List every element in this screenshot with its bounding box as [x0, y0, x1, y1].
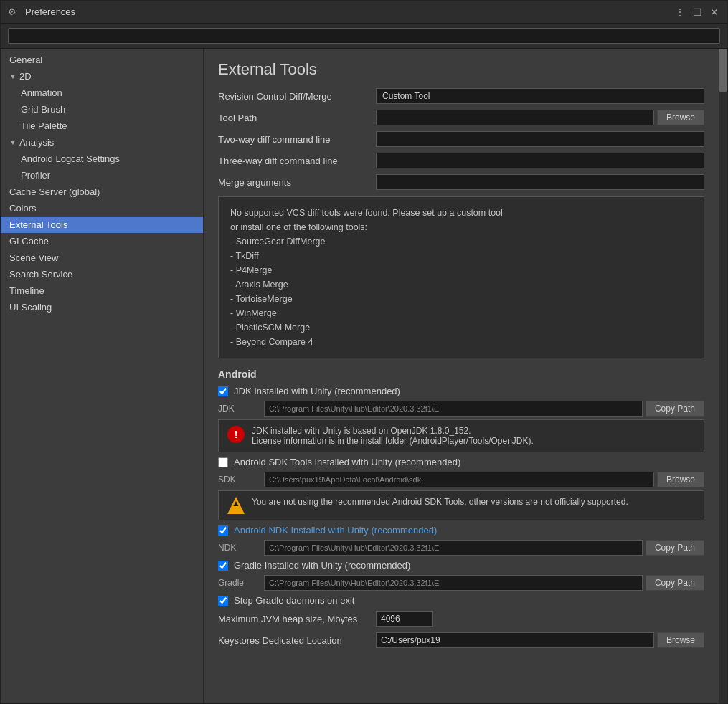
general-label: General	[9, 54, 42, 65]
jdk-checkbox[interactable]	[218, 386, 228, 396]
grid-brush-label: Grid Brush	[21, 104, 65, 115]
tile-palette-label: Tile Palette	[21, 120, 67, 131]
sdk-checkbox[interactable]	[218, 457, 228, 467]
scrollbar[interactable]	[719, 49, 727, 703]
scrollbar-thumb[interactable]	[719, 49, 727, 92]
more-options-btn[interactable]: ⋮	[674, 6, 686, 18]
ndk-path-input[interactable]	[264, 540, 643, 556]
ndk-copy-path-btn[interactable]: Copy Path	[646, 540, 704, 556]
sidebar-item-animation[interactable]: Animation	[1, 85, 203, 101]
sidebar-item-profiler[interactable]: Profiler	[1, 167, 203, 184]
sidebar-item-analysis[interactable]: ▼ Analysis	[1, 134, 203, 151]
2d-arrow: ▼	[9, 72, 16, 80]
revision-control-value[interactable]: Custom Tool	[376, 88, 704, 104]
two-way-input[interactable]	[376, 131, 704, 147]
ndk-checkbox-label[interactable]: Android NDK Installed with Unity (recomm…	[234, 525, 437, 536]
sidebar-item-colors[interactable]: Colors	[1, 200, 203, 217]
gradle-checkbox-label: Gradle Installed with Unity (recommended…	[234, 560, 410, 571]
heap-row: Maximum JVM heap size, Mbytes	[218, 610, 704, 627]
tool-path-browse-btn[interactable]: Browse	[657, 110, 704, 125]
merge-args-label: Merge arguments	[218, 177, 376, 188]
jdk-warning-box: ! JDK installed with Unity is based on O…	[218, 419, 704, 452]
sidebar-item-general[interactable]: General	[1, 52, 203, 68]
sidebar: General ▼ 2D Animation Grid Brush Tile P…	[1, 49, 204, 703]
sdk-checkbox-row: Android SDK Tools Installed with Unity (…	[218, 457, 704, 467]
sdk-warning-box: ▲ You are not using the recommended Andr…	[218, 490, 704, 520]
external-tools-label: External Tools	[9, 219, 67, 230]
heap-input[interactable]	[376, 611, 433, 627]
page-title: External Tools	[218, 60, 704, 79]
revision-control-row: Revision Control Diff/Merge Custom Tool	[218, 87, 704, 105]
two-way-label: Two-way diff command line	[218, 134, 376, 145]
android-section-header: Android	[218, 368, 704, 380]
scene-view-label: Scene View	[9, 252, 58, 263]
tool-path-row: Tool Path Browse	[218, 109, 704, 126]
search-service-label: Search Service	[9, 269, 72, 280]
ui-scaling-label: UI Scaling	[9, 302, 52, 313]
maximize-btn[interactable]: ☐	[691, 6, 703, 18]
keystores-row: Keystores Dedicated Location Browse	[218, 632, 704, 649]
main-content: External Tools Revision Control Diff/Mer…	[204, 49, 719, 703]
keystores-label: Keystores Dedicated Location	[218, 635, 376, 646]
sidebar-item-grid-brush[interactable]: Grid Brush	[1, 101, 203, 118]
tool-path-input[interactable]	[376, 110, 654, 125]
jdk-warning-text: JDK installed with Unity is based on Ope…	[252, 426, 534, 446]
content-area: General ▼ 2D Animation Grid Brush Tile P…	[1, 49, 727, 703]
heap-label: Maximum JVM heap size, Mbytes	[218, 614, 376, 624]
jdk-copy-path-btn[interactable]: Copy Path	[646, 401, 704, 417]
sdk-warning-text: You are not using the recommended Androi…	[252, 497, 628, 507]
jdk-path-row: JDK Copy Path	[218, 401, 704, 417]
profiler-label: Profiler	[21, 170, 50, 181]
error-icon: !	[227, 426, 245, 443]
warning-triangle-icon: ▲	[227, 497, 245, 514]
jdk-path-label: JDK	[218, 404, 261, 414]
merge-args-input[interactable]	[376, 174, 704, 190]
sidebar-item-scene-view[interactable]: Scene View	[1, 249, 203, 266]
gradle-path-input[interactable]	[264, 575, 643, 591]
sidebar-item-tile-palette[interactable]: Tile Palette	[1, 118, 203, 134]
three-way-row: Three-way diff command line	[218, 152, 704, 169]
gradle-path-row: Gradle Copy Path	[218, 575, 704, 591]
sidebar-item-ui-scaling[interactable]: UI Scaling	[1, 299, 203, 315]
three-way-label: Three-way diff command line	[218, 156, 376, 166]
sidebar-item-search-service[interactable]: Search Service	[1, 266, 203, 282]
animation-label: Animation	[21, 87, 62, 98]
stop-gradle-checkbox[interactable]	[218, 596, 228, 606]
search-bar	[1, 24, 727, 49]
gi-cache-label: GI Cache	[9, 236, 49, 247]
three-way-input[interactable]	[376, 153, 704, 168]
ndk-path-row: NDK Copy Path	[218, 540, 704, 556]
sidebar-item-gi-cache[interactable]: GI Cache	[1, 233, 203, 249]
keystores-browse-btn[interactable]: Browse	[657, 632, 704, 648]
two-way-row: Two-way diff command line	[218, 130, 704, 148]
sidebar-item-timeline[interactable]: Timeline	[1, 282, 203, 299]
ndk-path-label: NDK	[218, 543, 261, 553]
sdk-path-input[interactable]	[264, 472, 654, 487]
keystores-input[interactable]	[376, 632, 654, 648]
jdk-path-input[interactable]	[264, 401, 643, 417]
ndk-checkbox[interactable]	[218, 525, 228, 536]
sidebar-item-android-logcat[interactable]: Android Logcat Settings	[1, 151, 203, 167]
sdk-checkbox-label: Android SDK Tools Installed with Unity (…	[234, 457, 460, 467]
ndk-checkbox-row: Android NDK Installed with Unity (recomm…	[218, 525, 704, 536]
tool-path-label: Tool Path	[218, 113, 376, 123]
sidebar-item-external-tools[interactable]: External Tools	[1, 217, 203, 233]
android-logcat-label: Android Logcat Settings	[21, 153, 120, 164]
settings-icon: ⚙	[8, 6, 19, 18]
gradle-copy-path-btn[interactable]: Copy Path	[646, 575, 704, 591]
search-input[interactable]	[8, 28, 720, 44]
stop-gradle-label: Stop Gradle daemons on exit	[234, 595, 354, 606]
sidebar-item-cache-server[interactable]: Cache Server (global)	[1, 184, 203, 200]
gradle-checkbox-row: Gradle Installed with Unity (recommended…	[218, 560, 704, 571]
gradle-checkbox[interactable]	[218, 561, 228, 571]
sdk-browse-btn[interactable]: Browse	[657, 472, 704, 487]
window-controls: ⋮ ☐ ✕	[674, 6, 720, 18]
jdk-checkbox-label: JDK Installed with Unity (recommended)	[234, 386, 400, 396]
sidebar-item-2d[interactable]: ▼ 2D	[1, 68, 203, 85]
sdk-path-row: SDK Browse	[218, 472, 704, 487]
vcs-info-text: No supported VCS diff tools were found. …	[230, 208, 503, 347]
revision-control-label: Revision Control Diff/Merge	[218, 91, 376, 102]
close-btn[interactable]: ✕	[709, 6, 720, 18]
vcs-info-box: No supported VCS diff tools were found. …	[218, 196, 704, 358]
cache-server-label: Cache Server (global)	[9, 186, 100, 197]
